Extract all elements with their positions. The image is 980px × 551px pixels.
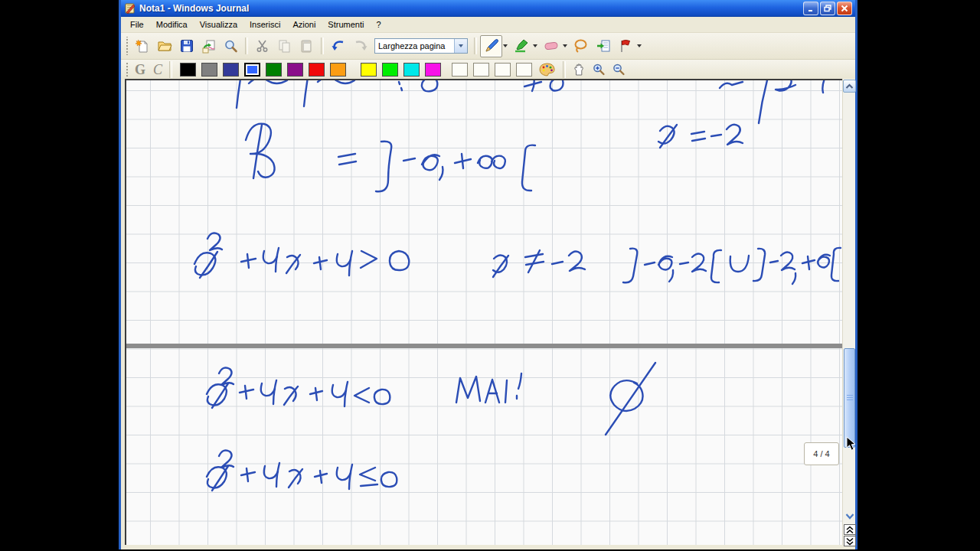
thickness-swatch-2[interactable]	[473, 63, 489, 77]
color-swatch-cyan[interactable]	[403, 63, 420, 77]
ink-inequality-lt	[207, 367, 390, 408]
scroll-down-button[interactable]	[843, 510, 856, 523]
palette-button[interactable]	[537, 60, 557, 79]
open-button[interactable]	[153, 35, 175, 57]
journal-app-icon[interactable]	[124, 2, 136, 15]
thickness-swatch-1[interactable]	[452, 63, 468, 77]
menu-item-modifica[interactable]: Modifica	[150, 17, 194, 32]
menu-item-azioni[interactable]: Azioni	[286, 17, 322, 32]
thickness-swatch-4[interactable]	[516, 63, 532, 77]
italic-button[interactable]: C	[153, 60, 162, 79]
save-button[interactable]	[175, 35, 198, 57]
ink-layer	[126, 80, 842, 545]
ink-top-clipped-line	[237, 80, 825, 123]
page-indicator: 4 / 4	[804, 442, 839, 465]
menu-bar: FileModificaVisualizzaInserisciAzioniStr…	[121, 17, 855, 33]
page-width-combobox[interactable]: Larghezza pagina	[374, 38, 468, 54]
insert-note-button[interactable]	[592, 35, 614, 57]
mouse-cursor	[846, 436, 857, 452]
thumb-gripper-icon	[847, 395, 853, 401]
cut-button[interactable]	[251, 35, 273, 57]
color-swatch-magenta[interactable]	[425, 63, 441, 77]
flag-tool-button[interactable]	[614, 35, 636, 57]
pen-dropdown-caret[interactable]	[503, 44, 508, 47]
ink-inequality-gt	[194, 233, 409, 278]
redo-button[interactable]	[349, 35, 371, 57]
toolbar-separator	[474, 37, 477, 54]
toolbar-grip[interactable]	[125, 37, 129, 55]
bold-button[interactable]: G	[135, 60, 145, 79]
toolbar-grip[interactable]	[125, 63, 129, 77]
color-palette-row	[180, 63, 441, 77]
menu-item-file[interactable]: File	[124, 17, 150, 32]
page-break-divider	[126, 344, 842, 348]
pan-hand-button[interactable]	[569, 60, 589, 79]
color-swatch-purple[interactable]	[287, 63, 303, 77]
page-width-value: Larghezza pagina	[375, 41, 454, 51]
title-bar: Nota1 - Windows Journal	[121, 0, 855, 17]
ink-mai-annotation	[456, 373, 521, 403]
menu-item-help[interactable]: ?	[370, 17, 387, 32]
minimize-button[interactable]	[803, 2, 818, 15]
window-title: Nota1 - Windows Journal	[139, 3, 803, 14]
ink-empty-set	[606, 363, 655, 435]
close-button[interactable]	[837, 2, 852, 15]
scroll-up-button[interactable]	[843, 80, 856, 93]
ink-x-equals-minus-2	[658, 125, 743, 148]
color-swatch-blue[interactable]	[244, 63, 260, 77]
restore-button[interactable]	[820, 2, 835, 15]
ink-x-not-equal	[493, 250, 585, 277]
eraser-tool-button[interactable]	[540, 35, 562, 57]
previous-page-button[interactable]	[844, 524, 856, 535]
toolbar-separator	[563, 61, 566, 78]
zoom-out-button[interactable]	[609, 60, 629, 79]
menu-item-inserisci[interactable]: Inserisci	[243, 17, 286, 32]
highlighter-tool-button[interactable]	[510, 35, 532, 57]
color-swatch-green[interactable]	[266, 63, 282, 77]
color-swatch-lime[interactable]	[382, 63, 398, 77]
undo-button[interactable]	[327, 35, 349, 57]
ink-inequality-le	[207, 450, 397, 491]
import-picture-button[interactable]	[198, 35, 220, 57]
color-swatch-orange[interactable]	[330, 63, 346, 77]
thickness-row	[452, 63, 532, 77]
menu-item-visualizza[interactable]: Visualizza	[194, 17, 243, 32]
combobox-arrow-icon[interactable]	[454, 39, 467, 53]
flag-dropdown-caret[interactable]	[637, 44, 642, 47]
scrollbar-thumb[interactable]	[844, 348, 855, 448]
color-swatch-red[interactable]	[309, 63, 325, 77]
zoom-in-button[interactable]	[589, 60, 609, 79]
toolbar-separator	[321, 37, 324, 54]
ink-union-intervals	[623, 248, 841, 284]
highlighter-dropdown-caret[interactable]	[533, 44, 537, 47]
next-page-button[interactable]	[844, 536, 856, 546]
app-window: Nota1 - Windows Journal FileModificaVisu…	[119, 0, 858, 549]
toolbar-separator	[245, 37, 248, 54]
paste-button[interactable]	[296, 35, 318, 57]
journal-page[interactable]	[125, 79, 842, 545]
eraser-dropdown-caret[interactable]	[563, 44, 567, 47]
standard-toolbar: Larghezza pagina	[121, 33, 855, 60]
color-swatch-yellow[interactable]	[361, 63, 377, 77]
copy-button[interactable]	[273, 35, 296, 57]
search-button[interactable]	[220, 35, 242, 57]
new-note-button[interactable]	[131, 35, 153, 57]
pen-tool-button[interactable]	[480, 35, 502, 57]
menu-item-strumenti[interactable]: Strumenti	[322, 17, 370, 32]
color-swatch-gray[interactable]	[201, 63, 217, 77]
color-swatch-black[interactable]	[180, 63, 196, 77]
lasso-tool-button[interactable]	[570, 35, 592, 57]
color-swatch-navy[interactable]	[223, 63, 239, 77]
toolbar-separator	[169, 61, 172, 78]
format-toolbar: G C	[121, 60, 855, 80]
thickness-swatch-3[interactable]	[495, 63, 511, 77]
ink-reals-interval	[246, 124, 535, 192]
vertical-scrollbar[interactable]	[842, 79, 855, 545]
